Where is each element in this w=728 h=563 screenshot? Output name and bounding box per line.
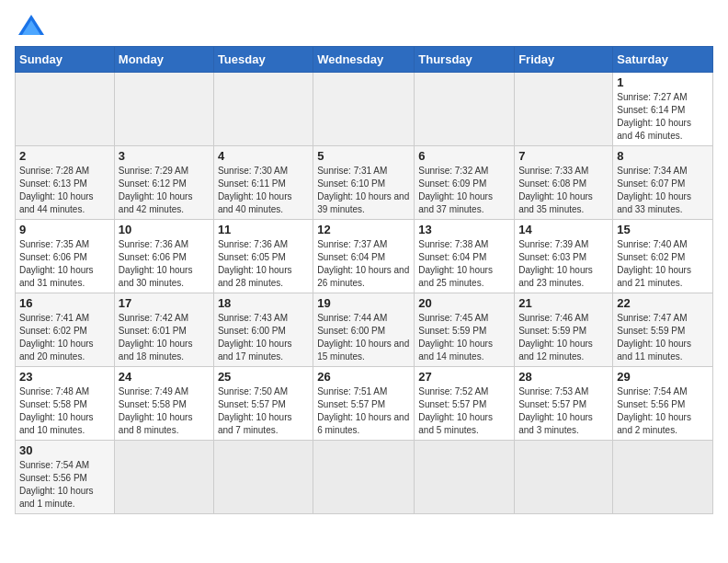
day-number: 18 [218,296,309,310]
day-number: 21 [518,296,609,310]
calendar-table: SundayMondayTuesdayWednesdayThursdayFrid… [15,46,713,514]
calendar-cell: 23Sunrise: 7:48 AM Sunset: 5:58 PM Dayli… [16,367,115,441]
day-info: Sunrise: 7:50 AM Sunset: 5:57 PM Dayligh… [218,385,309,437]
day-info: Sunrise: 7:53 AM Sunset: 5:57 PM Dayligh… [518,385,609,437]
calendar-cell [613,441,713,514]
day-info: Sunrise: 7:27 AM Sunset: 6:14 PM Dayligh… [617,91,709,143]
calendar-cell: 22Sunrise: 7:47 AM Sunset: 5:59 PM Dayli… [613,293,713,367]
day-info: Sunrise: 7:52 AM Sunset: 5:57 PM Dayligh… [418,385,510,437]
calendar-cell [114,73,213,146]
day-number: 9 [19,223,110,236]
day-info: Sunrise: 7:37 AM Sunset: 6:04 PM Dayligh… [317,238,410,290]
day-info: Sunrise: 7:28 AM Sunset: 6:13 PM Dayligh… [19,165,110,216]
calendar-cell: 4Sunrise: 7:30 AM Sunset: 6:11 PM Daylig… [213,146,313,220]
calendar-cell [415,73,515,146]
day-number: 6 [418,149,510,163]
weekday-monday: Monday [114,47,213,73]
calendar-week-row: 2Sunrise: 7:28 AM Sunset: 6:13 PM Daylig… [16,146,713,220]
logo [15,15,44,35]
calendar-cell [415,441,515,514]
calendar-cell: 18Sunrise: 7:43 AM Sunset: 6:00 PM Dayli… [213,293,313,367]
day-info: Sunrise: 7:51 AM Sunset: 5:57 PM Dayligh… [317,385,410,437]
calendar-cell: 16Sunrise: 7:41 AM Sunset: 6:02 PM Dayli… [16,293,115,367]
calendar-cell: 2Sunrise: 7:28 AM Sunset: 6:13 PM Daylig… [16,146,115,220]
calendar-cell: 12Sunrise: 7:37 AM Sunset: 6:04 PM Dayli… [313,220,415,293]
day-number: 20 [418,296,510,310]
day-number: 5 [317,149,410,163]
day-number: 12 [317,223,410,236]
day-number: 10 [119,223,210,236]
day-number: 15 [617,223,709,236]
day-number: 16 [19,296,110,310]
calendar-cell [313,73,415,146]
day-info: Sunrise: 7:35 AM Sunset: 6:06 PM Dayligh… [19,238,110,290]
calendar-cell: 13Sunrise: 7:38 AM Sunset: 6:04 PM Dayli… [415,220,515,293]
calendar-cell: 21Sunrise: 7:46 AM Sunset: 5:59 PM Dayli… [515,293,613,367]
calendar-cell [16,73,115,146]
day-number: 3 [119,149,210,163]
day-number: 25 [218,370,309,384]
day-number: 29 [617,370,709,384]
day-number: 19 [317,296,410,310]
calendar-cell [515,441,613,514]
calendar-cell: 1Sunrise: 7:27 AM Sunset: 6:14 PM Daylig… [613,73,713,146]
calendar-cell: 3Sunrise: 7:29 AM Sunset: 6:12 PM Daylig… [114,146,213,220]
calendar-cell: 24Sunrise: 7:49 AM Sunset: 5:58 PM Dayli… [114,367,213,441]
day-info: Sunrise: 7:49 AM Sunset: 5:58 PM Dayligh… [119,385,210,437]
day-info: Sunrise: 7:54 AM Sunset: 5:56 PM Dayligh… [617,385,709,437]
day-number: 24 [119,370,210,384]
day-info: Sunrise: 7:39 AM Sunset: 6:03 PM Dayligh… [518,238,609,290]
day-number: 4 [218,149,309,163]
day-number: 8 [617,149,709,163]
calendar-cell: 15Sunrise: 7:40 AM Sunset: 6:02 PM Dayli… [613,220,713,293]
day-info: Sunrise: 7:45 AM Sunset: 5:59 PM Dayligh… [418,312,510,363]
calendar-cell: 8Sunrise: 7:34 AM Sunset: 6:07 PM Daylig… [613,146,713,220]
day-number: 30 [19,443,110,457]
calendar-cell: 29Sunrise: 7:54 AM Sunset: 5:56 PM Dayli… [613,367,713,441]
day-info: Sunrise: 7:47 AM Sunset: 5:59 PM Dayligh… [617,312,709,363]
day-number: 2 [19,149,110,163]
day-info: Sunrise: 7:42 AM Sunset: 6:01 PM Dayligh… [119,312,210,363]
calendar-cell: 30Sunrise: 7:54 AM Sunset: 5:56 PM Dayli… [16,441,115,514]
day-number: 22 [617,296,709,310]
calendar-cell: 17Sunrise: 7:42 AM Sunset: 6:01 PM Dayli… [114,293,213,367]
calendar-cell: 6Sunrise: 7:32 AM Sunset: 6:09 PM Daylig… [415,146,515,220]
weekday-header-row: SundayMondayTuesdayWednesdayThursdayFrid… [16,47,713,73]
day-info: Sunrise: 7:46 AM Sunset: 5:59 PM Dayligh… [518,312,609,363]
day-info: Sunrise: 7:44 AM Sunset: 6:00 PM Dayligh… [317,312,410,363]
calendar-week-row: 1Sunrise: 7:27 AM Sunset: 6:14 PM Daylig… [16,73,713,146]
day-number: 26 [317,370,410,384]
calendar-cell: 26Sunrise: 7:51 AM Sunset: 5:57 PM Dayli… [313,367,415,441]
weekday-saturday: Saturday [613,47,713,73]
day-info: Sunrise: 7:29 AM Sunset: 6:12 PM Dayligh… [119,165,210,216]
calendar-cell: 25Sunrise: 7:50 AM Sunset: 5:57 PM Dayli… [213,367,313,441]
day-number: 7 [518,149,609,163]
weekday-tuesday: Tuesday [213,47,313,73]
day-info: Sunrise: 7:34 AM Sunset: 6:07 PM Dayligh… [617,165,709,216]
day-number: 27 [418,370,510,384]
day-number: 17 [119,296,210,310]
day-info: Sunrise: 7:32 AM Sunset: 6:09 PM Dayligh… [418,165,510,216]
day-number: 13 [418,223,510,236]
day-number: 28 [518,370,609,384]
day-info: Sunrise: 7:36 AM Sunset: 6:05 PM Dayligh… [218,238,309,290]
calendar-week-row: 30Sunrise: 7:54 AM Sunset: 5:56 PM Dayli… [16,441,713,514]
day-info: Sunrise: 7:54 AM Sunset: 5:56 PM Dayligh… [19,459,110,511]
day-number: 11 [218,223,309,236]
calendar-cell: 11Sunrise: 7:36 AM Sunset: 6:05 PM Dayli… [213,220,313,293]
day-info: Sunrise: 7:40 AM Sunset: 6:02 PM Dayligh… [617,238,709,290]
calendar-cell [114,441,213,514]
day-number: 23 [19,370,110,384]
day-number: 14 [518,223,609,236]
day-info: Sunrise: 7:43 AM Sunset: 6:00 PM Dayligh… [218,312,309,363]
calendar-cell [213,441,313,514]
day-info: Sunrise: 7:41 AM Sunset: 6:02 PM Dayligh… [19,312,110,363]
calendar-cell: 20Sunrise: 7:45 AM Sunset: 5:59 PM Dayli… [415,293,515,367]
calendar-cell: 10Sunrise: 7:36 AM Sunset: 6:06 PM Dayli… [114,220,213,293]
calendar-body: 1Sunrise: 7:27 AM Sunset: 6:14 PM Daylig… [16,73,713,514]
weekday-sunday: Sunday [16,47,115,73]
weekday-thursday: Thursday [415,47,515,73]
calendar-cell: 19Sunrise: 7:44 AM Sunset: 6:00 PM Dayli… [313,293,415,367]
day-info: Sunrise: 7:30 AM Sunset: 6:11 PM Dayligh… [218,165,309,216]
page-header [15,15,713,35]
